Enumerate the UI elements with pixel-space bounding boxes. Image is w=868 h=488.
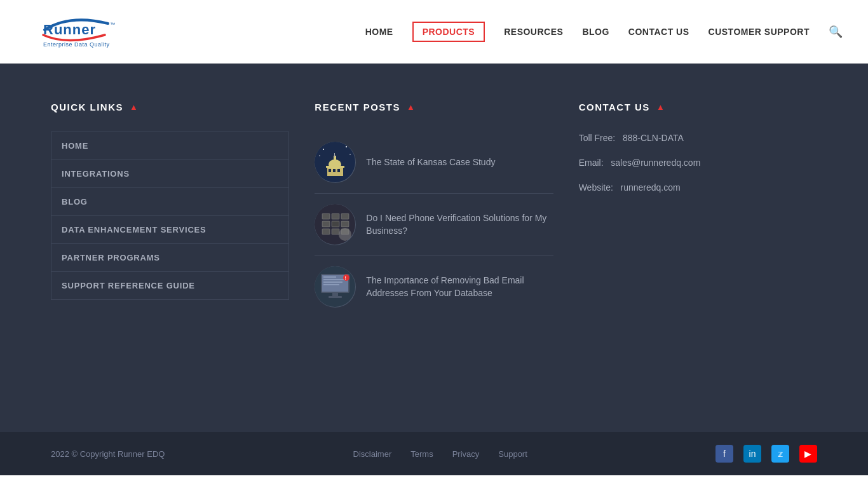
copyright-text: 2022 © Copyright Runner EDQ <box>51 449 165 459</box>
contact-us-arrow: ▲ <box>656 102 665 112</box>
nav-support[interactable]: CUSTOMER SUPPORT <box>709 27 810 37</box>
email-link[interactable]: sales@runneredq.com <box>611 158 700 168</box>
recent-posts-column: RECENT POSTS ▲ <box>315 102 578 318</box>
svg-rect-34 <box>332 293 338 296</box>
logo-area[interactable]: Runner ™ Enterprise Data Quality <box>25 11 140 52</box>
svg-point-14 <box>320 155 320 156</box>
logo-svg: Runner ™ Enterprise Data Quality <box>25 11 140 52</box>
footer-link-support[interactable]: Support <box>498 449 527 459</box>
nav-contact[interactable]: CONTACT US <box>628 27 689 37</box>
post-thumbnail-1 <box>315 142 356 183</box>
quick-link-support-ref[interactable]: SUPPORT REFERENCE GUIDE <box>51 272 288 299</box>
svg-rect-21 <box>332 221 339 227</box>
website-link[interactable]: runneredq.com <box>621 182 681 193</box>
footer-link-terms[interactable]: Terms <box>410 449 433 459</box>
recent-posts-list: The State of Kansas Case Study <box>315 132 553 318</box>
svg-rect-23 <box>322 229 330 234</box>
bottom-bar: 2022 © Copyright Runner EDQ Disclaimer T… <box>0 432 868 475</box>
social-icons: f in 𝕫 ▶ <box>715 445 817 463</box>
svg-text:™: ™ <box>110 22 115 27</box>
quick-links-arrow: ▲ <box>130 102 139 112</box>
svg-rect-9 <box>329 169 331 172</box>
footer-columns: QUICK LINKS ▲ HOME INTEGRATIONS BLOG DAT… <box>51 102 817 318</box>
linkedin-icon[interactable]: in <box>743 445 761 463</box>
svg-text:!: ! <box>345 276 346 280</box>
footer-link-disclaimer[interactable]: Disclaimer <box>353 449 392 459</box>
contact-us-heading: CONTACT US ▲ <box>579 102 817 112</box>
list-item: Do I Need Phone Verification Solutions f… <box>315 194 553 256</box>
nav-home[interactable]: HOME <box>365 27 393 37</box>
svg-point-36 <box>343 274 349 281</box>
list-item: ! The Importance of Removing Bad Email A… <box>315 256 553 318</box>
svg-rect-33 <box>323 284 339 285</box>
quick-link-data-enhancement[interactable]: DATA ENHANCEMENT SERVICES <box>51 216 288 243</box>
site-header: Runner ™ Enterprise Data Quality HOME PR… <box>0 0 868 64</box>
nav-resources[interactable]: RESOURCES <box>504 27 563 37</box>
svg-rect-20 <box>322 221 330 227</box>
email-line: Email: sales@runneredq.com <box>579 156 817 170</box>
post-title-1[interactable]: The State of Kansas Case Study <box>366 156 495 169</box>
contact-info: Toll Free: 888-CLN-DATA Email: sales@run… <box>579 132 817 194</box>
nav-products[interactable]: PRODUCTS <box>412 22 485 42</box>
quick-links-column: QUICK LINKS ▲ HOME INTEGRATIONS BLOG DAT… <box>51 102 315 318</box>
svg-text:Enterprise Data Quality: Enterprise Data Quality <box>43 41 110 48</box>
list-item: DATA ENHANCEMENT SERVICES <box>51 216 288 244</box>
search-icon[interactable]: 🔍 <box>829 25 843 39</box>
list-item: INTEGRATIONS <box>51 160 288 188</box>
quick-link-home[interactable]: HOME <box>51 132 288 159</box>
svg-rect-35 <box>329 296 342 298</box>
svg-text:Runner: Runner <box>43 22 96 37</box>
footer-links: Disclaimer Terms Privacy Support <box>353 449 527 459</box>
list-item: SUPPORT REFERENCE GUIDE <box>51 272 288 299</box>
svg-rect-11 <box>337 169 340 172</box>
contact-us-column: CONTACT US ▲ Toll Free: 888-CLN-DATA Ema… <box>579 102 817 318</box>
footer-section: QUICK LINKS ▲ HOME INTEGRATIONS BLOG DAT… <box>0 64 868 432</box>
quick-link-partner[interactable]: PARTNER PROGRAMS <box>51 244 288 271</box>
svg-rect-8 <box>334 153 335 157</box>
svg-rect-31 <box>323 279 346 280</box>
quick-link-blog[interactable]: BLOG <box>51 188 288 215</box>
svg-rect-19 <box>341 214 349 219</box>
svg-rect-10 <box>333 169 336 172</box>
quick-links-heading: QUICK LINKS ▲ <box>51 102 289 112</box>
youtube-icon[interactable]: ▶ <box>799 445 817 463</box>
quick-link-integrations[interactable]: INTEGRATIONS <box>51 160 288 187</box>
toll-free-line: Toll Free: 888-CLN-DATA <box>579 132 817 145</box>
post-thumbnail-2 <box>315 204 356 245</box>
svg-rect-18 <box>332 214 339 219</box>
quick-links-list: HOME INTEGRATIONS BLOG DATA ENHANCEMENT … <box>51 132 289 300</box>
svg-rect-24 <box>332 229 339 234</box>
list-item: PARTNER PROGRAMS <box>51 244 288 272</box>
toll-free-number: 888-CLN-DATA <box>623 133 684 143</box>
svg-point-12 <box>323 149 324 150</box>
footer-link-privacy[interactable]: Privacy <box>452 449 480 459</box>
list-item: BLOG <box>51 188 288 216</box>
svg-rect-32 <box>323 281 342 283</box>
svg-rect-30 <box>323 276 336 278</box>
svg-point-13 <box>346 146 347 147</box>
svg-rect-7 <box>334 156 336 165</box>
nav-blog[interactable]: BLOG <box>582 27 609 37</box>
recent-posts-heading: RECENT POSTS ▲ <box>315 102 553 112</box>
post-title-2[interactable]: Do I Need Phone Verification Solutions f… <box>366 212 553 237</box>
list-item: The State of Kansas Case Study <box>315 132 553 194</box>
svg-point-26 <box>339 228 351 241</box>
website-line: Website: runneredq.com <box>579 181 817 194</box>
facebook-icon[interactable]: f <box>715 445 733 463</box>
svg-rect-22 <box>341 221 349 227</box>
list-item: HOME <box>51 132 288 160</box>
post-title-3[interactable]: The Importance of Removing Bad Email Add… <box>366 274 553 299</box>
twitter-icon[interactable]: 𝕫 <box>771 445 789 463</box>
svg-rect-17 <box>322 214 330 219</box>
post-thumbnail-3: ! <box>315 266 356 308</box>
recent-posts-arrow: ▲ <box>407 102 416 112</box>
svg-point-15 <box>350 154 351 154</box>
main-nav: HOME PRODUCTS RESOURCES BLOG CONTACT US … <box>365 22 843 42</box>
